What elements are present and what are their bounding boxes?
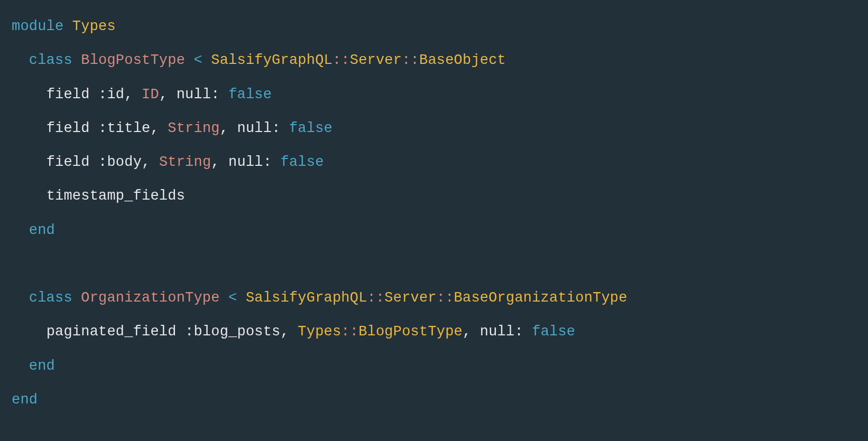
kw-class: class [29,290,72,306]
kw-end: end [29,358,55,374]
punc-comma: , [142,154,150,170]
op-lt: < [228,290,237,306]
id-timestamp-fields: timestamp_fields [47,188,185,204]
punc-colon: : [211,87,219,102]
kw-false: false [532,324,575,340]
kw-false: false [228,87,272,102]
punc-comma: , [220,120,228,136]
kw-module: module [12,18,63,34]
punc-comma: , [124,87,133,102]
sym-title: :title [98,120,150,136]
punc-comma: , [281,324,289,340]
punc-colon: : [514,324,523,340]
punc-comma: , [150,120,159,136]
kw-null: null [228,154,263,170]
const-blogposttype: BlogPostType [358,324,463,340]
kw-false: false [289,120,333,136]
punc-comma: , [211,154,219,170]
punc-comma: , [159,87,168,102]
id-field: field [47,154,90,170]
code-block: module Types class BlogPostType < Salsif… [0,0,868,426]
cname-string: String [168,120,219,136]
sym-blog-posts: :blog_posts [185,324,280,340]
op-lt: < [193,52,202,68]
const-salsifygraphql: SalsifyGraphQL [246,290,367,306]
cname-string: String [159,154,211,170]
sep-dcolon: :: [367,290,385,306]
kw-end: end [12,392,38,408]
sym-id: :id [98,87,124,102]
sym-body: :body [98,154,142,170]
sep-dcolon: :: [341,324,358,340]
const-salsifygraphql: SalsifyGraphQL [211,52,333,68]
kw-end: end [29,222,55,238]
kw-null: null [480,324,515,340]
punc-colon: : [263,154,272,170]
const-baseobject: BaseObject [419,52,506,68]
sep-dcolon: :: [333,52,350,68]
kw-class: class [29,52,72,68]
const-server: Server [384,290,436,306]
kw-null: null [177,87,211,102]
id-field: field [47,87,90,102]
punc-comma: , [463,324,471,340]
punc-colon: : [272,120,280,136]
const-types: Types [72,18,116,34]
kw-false: false [281,154,324,170]
sep-dcolon: :: [402,52,419,68]
classname-blogposttype: BlogPostType [81,52,185,68]
id-paginated-field: paginated_field [47,324,177,340]
const-baseorganizationtype: BaseOrganizationType [454,290,627,306]
sep-dcolon: :: [437,290,454,306]
kw-null: null [237,120,272,136]
cname-id: ID [142,87,159,102]
const-server: Server [350,52,402,68]
classname-organizationtype: OrganizationType [81,290,219,306]
id-field: field [47,120,90,136]
const-types: Types [298,324,341,340]
